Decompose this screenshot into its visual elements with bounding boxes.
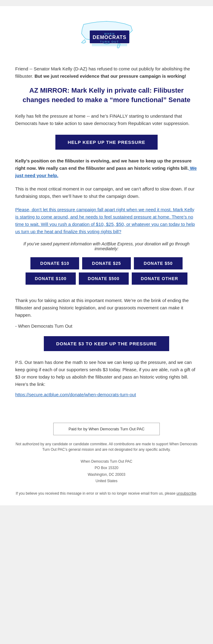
address-line1: When Democrats Turn Out PAC [15, 458, 198, 465]
logo-container: WHEN DEMOCRATS TURN OUT [73, 15, 140, 55]
footer-unsubscribe: If you believe you received this message… [15, 491, 198, 496]
paid-for-text: Paid for by When Democrats Turn Out PAC [68, 427, 145, 431]
donate-grid: DONATE $10 DONATE $25 DONATE $50 DONATE … [15, 257, 198, 285]
ps-actblue-link[interactable]: https://secure.actblue.com/donate/when-d… [15, 392, 136, 397]
footer-address: When Democrats Turn Out PAC PO Box 15320… [15, 458, 198, 485]
unsubscribe-text: If you believe you received this message… [16, 491, 176, 496]
intro-bold: But we just received evidence that our p… [34, 73, 186, 79]
cta-2-container: DONATE $3 TO KEEP UP THE PRESSURE [15, 336, 198, 351]
paragraph2-bold: Kelly’s position on the filibuster is ev… [15, 158, 192, 171]
donate-100-button[interactable]: DONATE $100 [26, 272, 75, 285]
article-headline: AZ MIRROR: Mark Kelly in private call: F… [15, 86, 198, 105]
urgent-donation-link[interactable]: Please, don’t let this pressure campaign… [15, 207, 195, 234]
unsubscribe-link[interactable]: unsubscribe [176, 491, 196, 496]
header-section: WHEN DEMOCRATS TURN OUT [0, 6, 213, 62]
address-line4: United States [15, 478, 198, 485]
body-paragraph-2: Kelly’s position on the filibuster is ev… [15, 157, 198, 179]
donate-50-button[interactable]: DONATE $50 [134, 257, 183, 269]
help-pressure-button[interactable]: HELP KEEP UP THE PRESSURE [55, 135, 157, 150]
donate-10-button[interactable]: DONATE $10 [30, 257, 79, 269]
ps-paragraph: P.S. Our team has done the math to see h… [15, 359, 198, 388]
content-area: Friend -- Senator Mark Kelly (D-AZ) has … [0, 62, 213, 411]
signature: - When Democrats Turn Out [15, 323, 198, 329]
donate-25-button[interactable]: DONATE $25 [82, 257, 131, 269]
ps-text: P.S. Our team has done the math to see h… [15, 360, 195, 387]
footer-disclaimer: Not authorized by any candidate or candi… [15, 441, 198, 452]
address-line2: PO Box 15320 [15, 465, 198, 471]
ps-link-paragraph: https://secure.actblue.com/donate/when-d… [15, 391, 198, 398]
cta-1-container: HELP KEEP UP THE PRESSURE [15, 135, 198, 150]
body-paragraph-1: Kelly has felt the pressure at home -- a… [15, 112, 198, 127]
email-container: WHEN DEMOCRATS TURN OUT Friend -- Senato… [0, 6, 213, 505]
body-paragraph-3: This is the most critical moment in our … [15, 185, 198, 200]
svg-text:TURN OUT: TURN OUT [100, 40, 119, 43]
donate-500-button[interactable]: DONATE $500 [79, 272, 129, 285]
donate-other-button[interactable]: DONATE OTHER [132, 272, 187, 285]
svg-text:DEMOCRATS: DEMOCRATS [93, 35, 127, 40]
urgent-paragraph: Please, don’t let this pressure campaign… [15, 206, 198, 235]
footer-section: Paid for by When Democrats Turn Out PAC … [0, 411, 213, 505]
thank-you-text: Thank you for taking action at this impo… [15, 297, 198, 319]
donate-3-button[interactable]: DONATE $3 TO KEEP UP THE PRESSURE [44, 336, 169, 351]
logo-svg: WHEN DEMOCRATS TURN OUT [73, 15, 140, 55]
intro-paragraph: Friend -- Senator Mark Kelly (D-AZ) has … [15, 65, 198, 80]
actblue-note: If you’ve saved payment information with… [15, 241, 198, 251]
address-line3: Washington, DC 20003 [15, 471, 198, 478]
paid-for-box: Paid for by When Democrats Turn Out PAC [53, 423, 160, 435]
